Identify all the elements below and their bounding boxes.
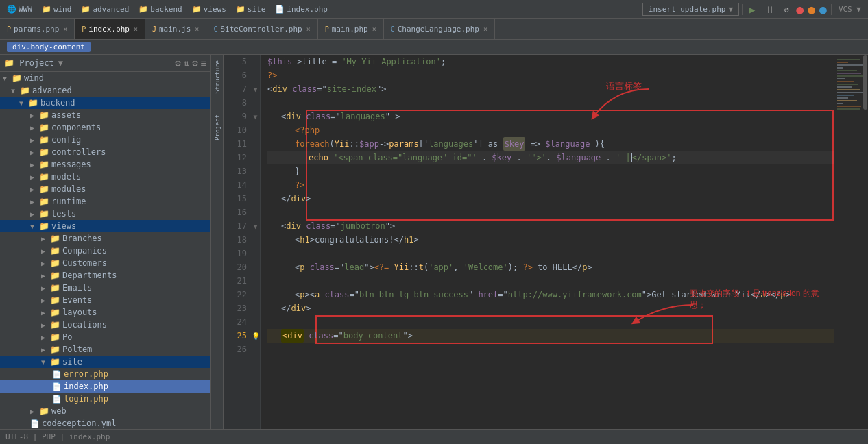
toolbar-advanced[interactable]: 📁 advanced <box>77 3 133 15</box>
tree-codeception[interactable]: 📄 codeception.yml <box>0 417 210 429</box>
tree-views[interactable]: ▼ 📁 views <box>0 220 210 232</box>
tree-login[interactable]: 📄 login.php <box>0 393 210 405</box>
tree-config[interactable]: ▶ 📁 config <box>0 134 210 146</box>
tree-backend[interactable]: ▼ 📁 backend <box>0 97 210 109</box>
folder-controllers-icon: 📁 <box>39 147 49 157</box>
tree-companies[interactable]: ▶ 📁 Companies <box>0 245 210 257</box>
tree-departments[interactable]: ▶ 📁 Departments <box>0 269 210 282</box>
toolbar-views[interactable]: 📁 views <box>188 3 230 15</box>
code-line-12: echo '<span class="language" id="' . $ke… <box>267 151 834 164</box>
tree-advanced[interactable]: ▼ 📁 advanced <box>0 84 210 97</box>
tree-web[interactable]: ▶ 📁 web <box>0 405 210 417</box>
toolbar-site[interactable]: 📁 site <box>232 3 270 15</box>
circle-blue: ● <box>819 2 827 16</box>
code-line-8 <box>267 96 834 110</box>
folder-advanced-tree-icon: 📁 <box>20 86 30 95</box>
tree-locations[interactable]: ▶ 📁 Locations <box>0 319 210 331</box>
folder-events-icon: 📁 <box>50 295 60 305</box>
code-content[interactable]: $this->title = 'My Yii Application'; ?> … <box>261 55 834 429</box>
tree-models[interactable]: ▶ 📁 models <box>0 171 210 183</box>
file-yml-icon: 📄 <box>30 419 40 428</box>
tab-mainjs-icon: J <box>152 25 156 33</box>
folder-config-icon: 📁 <box>39 135 49 145</box>
tree-layouts[interactable]: ▶ 📁 layouts <box>0 306 210 319</box>
code-line-11: foreach(Yii::$app->params['languages'] a… <box>267 137 834 151</box>
tree-modules[interactable]: ▶ 📁 modules <box>0 183 210 195</box>
folder-companies-icon: 📁 <box>50 246 60 256</box>
tree-emails[interactable]: ▶ 📁 Emails <box>0 282 210 294</box>
tab-mainjs[interactable]: J main.js × <box>145 19 206 39</box>
tab-changelang-close[interactable]: × <box>483 25 487 33</box>
toolbar-www[interactable]: 🌐 WWW <box>3 3 36 15</box>
circle-red: ● <box>796 2 804 16</box>
settings-icon[interactable]: ⚙ <box>175 58 180 69</box>
tab-changelang[interactable]: C ChangeLanguage.php × <box>384 19 495 39</box>
tree-events[interactable]: ▶ 📁 Events <box>0 294 210 306</box>
tree-error[interactable]: 📄 error.php <box>0 368 210 380</box>
tree-runtime[interactable]: ▶ 📁 runtime <box>0 195 210 208</box>
tab-mainphp[interactable]: P main.php × <box>318 19 384 39</box>
tab-mainphp-close[interactable]: × <box>372 25 376 33</box>
tree-components[interactable]: ▶ 📁 components <box>0 121 210 134</box>
tree-poltem[interactable]: ▶ 📁 Poltem <box>0 343 210 356</box>
folder-site-tree-icon: 📁 <box>50 357 60 367</box>
restart-button[interactable]: ↺ <box>780 3 794 16</box>
folder-departments-icon: 📁 <box>50 271 60 280</box>
tab-mainjs-close[interactable]: × <box>195 25 199 33</box>
tree-index[interactable]: 📄 index.php <box>0 380 210 393</box>
tree-branches[interactable]: ▶ 📁 Branches <box>0 232 210 245</box>
folder-models-icon: 📁 <box>39 172 49 182</box>
tab-index-close[interactable]: × <box>134 25 138 33</box>
code-line-20: <p class="lead"><?= Yii::t('app', 'Welco… <box>267 260 834 274</box>
stop-button[interactable]: ⏸ <box>761 3 779 16</box>
toolbar-backend[interactable]: 📁 backend <box>134 3 186 15</box>
toolbar-indexphp[interactable]: 📄 index.php <box>271 3 332 15</box>
toolbar-wind[interactable]: 📁 wind <box>38 3 76 15</box>
code-line-9: <div class="languages" > <box>267 110 834 123</box>
run-button[interactable]: ▶ <box>745 3 759 16</box>
code-line-21 <box>267 274 834 288</box>
tree-messages[interactable]: ▶ 📁 messages <box>0 158 210 171</box>
gear-icon[interactable]: ⚙ <box>192 58 197 69</box>
tree-assets[interactable]: ▶ 📁 assets <box>0 109 210 121</box>
code-container[interactable]: 5 6 7 8 9 10 11 12 13 14 15 16 17 18 19 … <box>224 55 834 429</box>
tree-site[interactable]: ▼ 📁 site <box>0 356 210 368</box>
project-label: 📁 Project <box>4 58 54 68</box>
folder-poltem-icon: 📁 <box>50 345 60 354</box>
code-line-6: ?> <box>267 69 834 82</box>
folder-messages-icon: 📁 <box>39 160 49 169</box>
structure-tab[interactable]: Structure <box>213 58 221 97</box>
hint-icon-25[interactable]: 💡 <box>251 329 260 343</box>
tab-index[interactable]: P index.php × <box>75 19 145 39</box>
folder-tests-icon: 📁 <box>39 209 49 219</box>
tree-controllers[interactable]: ▶ 📁 controllers <box>0 146 210 158</box>
minimap[interactable] <box>834 55 868 429</box>
file-selector[interactable]: insert-update.php ▼ <box>642 3 739 16</box>
folder-customers-icon: 📁 <box>50 258 60 268</box>
project-tab[interactable]: Project <box>213 112 221 143</box>
tree-tests[interactable]: ▶ 📁 tests <box>0 208 210 220</box>
folder-views-tree-icon: 📁 <box>39 221 49 231</box>
scrollbar-thumb[interactable] <box>863 55 867 110</box>
code-line-17: <div class="jumbotron"> <box>267 219 834 233</box>
folder-wind-tree-icon: 📁 <box>12 73 22 83</box>
tab-sitecontroller[interactable]: C SiteController.php × <box>206 19 317 39</box>
status-text: UTF-8 | PHP | index.php <box>5 432 110 441</box>
tree-wind[interactable]: ▼ 📁 wind <box>0 72 210 84</box>
tree-po[interactable]: ▶ 📁 Po <box>0 331 210 343</box>
code-line-23: </div> <box>267 301 834 315</box>
code-line-26 <box>267 343 834 356</box>
code-line-15: </div> <box>267 192 834 206</box>
folder-assets-icon: 📁 <box>39 110 49 120</box>
tab-sitecontroller-close[interactable]: × <box>306 25 311 33</box>
tab-params-close[interactable]: × <box>63 25 67 33</box>
collapse-icon[interactable]: ≡ <box>201 58 206 69</box>
folder-branches-icon: 📁 <box>50 234 60 243</box>
sync-icon[interactable]: ⇅ <box>184 58 189 69</box>
breadcrumb-label[interactable]: div.body-content <box>7 42 91 52</box>
folder-site-icon: 📁 <box>236 5 245 14</box>
tree-customers[interactable]: ▶ 📁 Customers <box>0 257 210 269</box>
vcs-button[interactable]: VCS ▼ <box>834 3 865 15</box>
code-line-19 <box>267 247 834 260</box>
tab-params[interactable]: P params.php × <box>0 19 75 39</box>
